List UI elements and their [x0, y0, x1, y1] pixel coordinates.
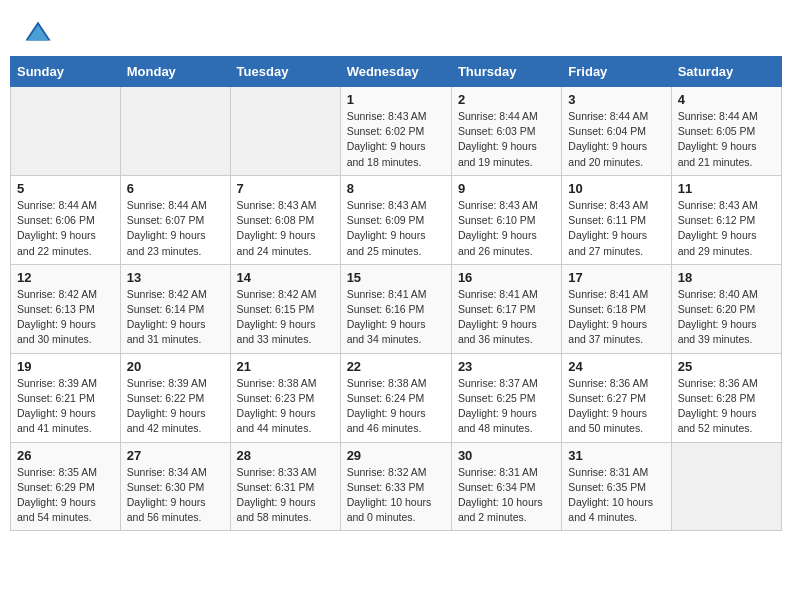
calendar-day: 24Sunrise: 8:36 AM Sunset: 6:27 PM Dayli…: [562, 353, 671, 442]
calendar-body: 1Sunrise: 8:43 AM Sunset: 6:02 PM Daylig…: [11, 87, 782, 531]
calendar-day: 3Sunrise: 8:44 AM Sunset: 6:04 PM Daylig…: [562, 87, 671, 176]
day-info: Sunrise: 8:44 AM Sunset: 6:04 PM Dayligh…: [568, 109, 664, 170]
day-number: 30: [458, 448, 555, 463]
calendar-header: Sunday Monday Tuesday Wednesday Thursday…: [11, 57, 782, 87]
calendar-day: 21Sunrise: 8:38 AM Sunset: 6:23 PM Dayli…: [230, 353, 340, 442]
day-number: 12: [17, 270, 114, 285]
day-number: 21: [237, 359, 334, 374]
day-number: 25: [678, 359, 775, 374]
calendar-day: 14Sunrise: 8:42 AM Sunset: 6:15 PM Dayli…: [230, 264, 340, 353]
calendar-week-3: 12Sunrise: 8:42 AM Sunset: 6:13 PM Dayli…: [11, 264, 782, 353]
day-number: 19: [17, 359, 114, 374]
calendar-day: 25Sunrise: 8:36 AM Sunset: 6:28 PM Dayli…: [671, 353, 781, 442]
day-info: Sunrise: 8:34 AM Sunset: 6:30 PM Dayligh…: [127, 465, 224, 526]
day-info: Sunrise: 8:43 AM Sunset: 6:12 PM Dayligh…: [678, 198, 775, 259]
day-number: 2: [458, 92, 555, 107]
calendar-day: 16Sunrise: 8:41 AM Sunset: 6:17 PM Dayli…: [451, 264, 561, 353]
calendar-day: 19Sunrise: 8:39 AM Sunset: 6:21 PM Dayli…: [11, 353, 121, 442]
day-number: 26: [17, 448, 114, 463]
day-info: Sunrise: 8:38 AM Sunset: 6:24 PM Dayligh…: [347, 376, 445, 437]
calendar-day: 29Sunrise: 8:32 AM Sunset: 6:33 PM Dayli…: [340, 442, 451, 531]
calendar-week-5: 26Sunrise: 8:35 AM Sunset: 6:29 PM Dayli…: [11, 442, 782, 531]
calendar-day: [120, 87, 230, 176]
calendar-day: 11Sunrise: 8:43 AM Sunset: 6:12 PM Dayli…: [671, 175, 781, 264]
calendar-day: [671, 442, 781, 531]
calendar-day: [230, 87, 340, 176]
day-info: Sunrise: 8:39 AM Sunset: 6:21 PM Dayligh…: [17, 376, 114, 437]
calendar-day: 9Sunrise: 8:43 AM Sunset: 6:10 PM Daylig…: [451, 175, 561, 264]
day-info: Sunrise: 8:36 AM Sunset: 6:28 PM Dayligh…: [678, 376, 775, 437]
day-number: 14: [237, 270, 334, 285]
calendar-day: 30Sunrise: 8:31 AM Sunset: 6:34 PM Dayli…: [451, 442, 561, 531]
day-number: 5: [17, 181, 114, 196]
day-number: 28: [237, 448, 334, 463]
calendar-table: Sunday Monday Tuesday Wednesday Thursday…: [10, 56, 782, 531]
calendar-day: 31Sunrise: 8:31 AM Sunset: 6:35 PM Dayli…: [562, 442, 671, 531]
day-info: Sunrise: 8:44 AM Sunset: 6:03 PM Dayligh…: [458, 109, 555, 170]
calendar-day: 15Sunrise: 8:41 AM Sunset: 6:16 PM Dayli…: [340, 264, 451, 353]
calendar-week-2: 5Sunrise: 8:44 AM Sunset: 6:06 PM Daylig…: [11, 175, 782, 264]
day-number: 16: [458, 270, 555, 285]
col-thursday: Thursday: [451, 57, 561, 87]
day-number: 6: [127, 181, 224, 196]
day-info: Sunrise: 8:36 AM Sunset: 6:27 PM Dayligh…: [568, 376, 664, 437]
day-info: Sunrise: 8:32 AM Sunset: 6:33 PM Dayligh…: [347, 465, 445, 526]
calendar-day: 1Sunrise: 8:43 AM Sunset: 6:02 PM Daylig…: [340, 87, 451, 176]
day-number: 27: [127, 448, 224, 463]
calendar-day: 26Sunrise: 8:35 AM Sunset: 6:29 PM Dayli…: [11, 442, 121, 531]
day-number: 31: [568, 448, 664, 463]
col-sunday: Sunday: [11, 57, 121, 87]
day-info: Sunrise: 8:40 AM Sunset: 6:20 PM Dayligh…: [678, 287, 775, 348]
day-number: 3: [568, 92, 664, 107]
day-info: Sunrise: 8:38 AM Sunset: 6:23 PM Dayligh…: [237, 376, 334, 437]
col-tuesday: Tuesday: [230, 57, 340, 87]
day-info: Sunrise: 8:44 AM Sunset: 6:05 PM Dayligh…: [678, 109, 775, 170]
day-number: 7: [237, 181, 334, 196]
day-number: 13: [127, 270, 224, 285]
day-number: 24: [568, 359, 664, 374]
day-info: Sunrise: 8:41 AM Sunset: 6:18 PM Dayligh…: [568, 287, 664, 348]
day-number: 29: [347, 448, 445, 463]
day-info: Sunrise: 8:37 AM Sunset: 6:25 PM Dayligh…: [458, 376, 555, 437]
calendar-day: 6Sunrise: 8:44 AM Sunset: 6:07 PM Daylig…: [120, 175, 230, 264]
day-info: Sunrise: 8:44 AM Sunset: 6:06 PM Dayligh…: [17, 198, 114, 259]
day-number: 10: [568, 181, 664, 196]
day-number: 17: [568, 270, 664, 285]
logo-icon: [24, 18, 52, 46]
day-info: Sunrise: 8:33 AM Sunset: 6:31 PM Dayligh…: [237, 465, 334, 526]
calendar-day: 28Sunrise: 8:33 AM Sunset: 6:31 PM Dayli…: [230, 442, 340, 531]
col-monday: Monday: [120, 57, 230, 87]
day-info: Sunrise: 8:42 AM Sunset: 6:14 PM Dayligh…: [127, 287, 224, 348]
col-friday: Friday: [562, 57, 671, 87]
calendar-day: 2Sunrise: 8:44 AM Sunset: 6:03 PM Daylig…: [451, 87, 561, 176]
col-wednesday: Wednesday: [340, 57, 451, 87]
day-number: 11: [678, 181, 775, 196]
day-number: 4: [678, 92, 775, 107]
calendar-day: 20Sunrise: 8:39 AM Sunset: 6:22 PM Dayli…: [120, 353, 230, 442]
day-number: 8: [347, 181, 445, 196]
day-info: Sunrise: 8:41 AM Sunset: 6:16 PM Dayligh…: [347, 287, 445, 348]
day-info: Sunrise: 8:31 AM Sunset: 6:34 PM Dayligh…: [458, 465, 555, 526]
calendar-day: 12Sunrise: 8:42 AM Sunset: 6:13 PM Dayli…: [11, 264, 121, 353]
day-info: Sunrise: 8:41 AM Sunset: 6:17 PM Dayligh…: [458, 287, 555, 348]
day-number: 9: [458, 181, 555, 196]
calendar-day: 13Sunrise: 8:42 AM Sunset: 6:14 PM Dayli…: [120, 264, 230, 353]
calendar-day: 17Sunrise: 8:41 AM Sunset: 6:18 PM Dayli…: [562, 264, 671, 353]
header-row: Sunday Monday Tuesday Wednesday Thursday…: [11, 57, 782, 87]
day-number: 15: [347, 270, 445, 285]
day-number: 1: [347, 92, 445, 107]
day-info: Sunrise: 8:43 AM Sunset: 6:10 PM Dayligh…: [458, 198, 555, 259]
calendar-day: 10Sunrise: 8:43 AM Sunset: 6:11 PM Dayli…: [562, 175, 671, 264]
col-saturday: Saturday: [671, 57, 781, 87]
calendar-day: 7Sunrise: 8:43 AM Sunset: 6:08 PM Daylig…: [230, 175, 340, 264]
calendar-day: [11, 87, 121, 176]
day-number: 18: [678, 270, 775, 285]
calendar-day: 27Sunrise: 8:34 AM Sunset: 6:30 PM Dayli…: [120, 442, 230, 531]
logo: [24, 18, 56, 46]
day-info: Sunrise: 8:42 AM Sunset: 6:15 PM Dayligh…: [237, 287, 334, 348]
day-info: Sunrise: 8:44 AM Sunset: 6:07 PM Dayligh…: [127, 198, 224, 259]
day-info: Sunrise: 8:35 AM Sunset: 6:29 PM Dayligh…: [17, 465, 114, 526]
day-info: Sunrise: 8:43 AM Sunset: 6:08 PM Dayligh…: [237, 198, 334, 259]
day-info: Sunrise: 8:31 AM Sunset: 6:35 PM Dayligh…: [568, 465, 664, 526]
day-info: Sunrise: 8:43 AM Sunset: 6:02 PM Dayligh…: [347, 109, 445, 170]
